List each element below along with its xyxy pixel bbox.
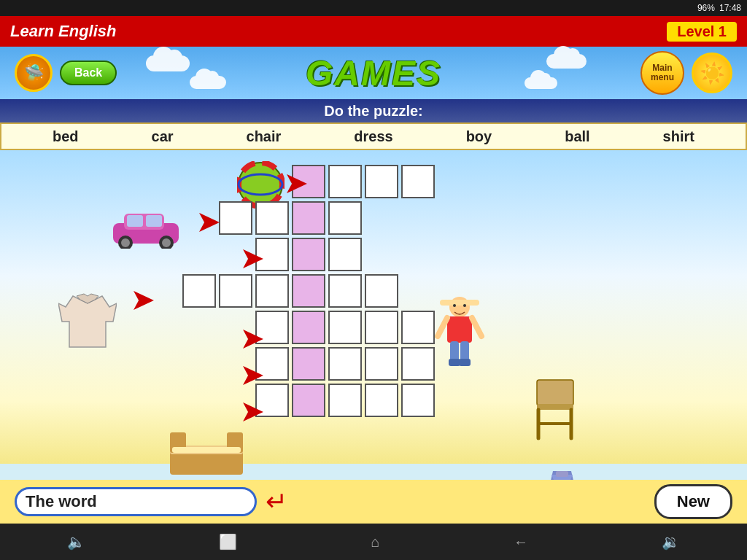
nav-bar: 🛸 Back GAMES Mainmenu ☀️ [0,47,747,99]
cell-r4-c0[interactable] [292,311,325,344]
boy-arrow: ➤ [241,244,263,274]
word-bed: bed [53,128,79,145]
row4-arrow: ➤ [241,324,263,354]
cell-r0-c3[interactable] [401,165,435,198]
spinner-icon: 🛸 [15,54,53,92]
app-title: Learn English [10,22,116,41]
svg-point-10 [162,238,171,247]
svg-rect-19 [440,300,479,306]
cell-r6-c2[interactable] [365,384,398,417]
svg-rect-23 [450,341,459,362]
clock: 17:48 [719,3,741,13]
the-word-label: The word [26,492,100,511]
svg-line-21 [438,318,447,336]
cell-r3-c-3[interactable] [182,274,216,308]
cell-r4-c2[interactable] [365,311,398,344]
status-bar: 96% 17:48 [0,0,747,16]
svg-rect-17 [172,447,241,453]
svg-point-28 [463,304,466,307]
volume-down-icon[interactable]: 🔈 [67,533,85,551]
cell-r0-c2[interactable] [365,165,398,198]
bed-image [166,424,247,485]
word-boy: boy [466,128,492,145]
nav-right: Mainmenu ☀️ [640,51,732,95]
cell-r5-c3[interactable] [401,347,435,381]
cell-r5-c1[interactable] [328,347,362,381]
volume-up-icon[interactable]: 🔉 [662,533,680,551]
word-input[interactable] [100,494,246,510]
main-menu-button[interactable]: Mainmenu [640,51,684,95]
cell-r5-c2[interactable] [365,347,398,381]
svg-rect-24 [460,341,469,362]
cell-r4-c3[interactable] [401,311,435,344]
svg-rect-6 [146,215,162,227]
cell-r6-c3[interactable] [401,384,435,417]
recent-apps-icon[interactable]: ⬜ [219,533,237,551]
dress-arrow: ➤ [241,397,263,427]
svg-rect-20 [447,316,472,343]
word-chair: chair [247,128,282,145]
home-icon[interactable]: ⌂ [371,534,379,551]
back-button[interactable]: Back [60,61,117,85]
cell-r2-c0[interactable] [292,238,325,271]
nav-left: 🛸 Back [15,54,117,92]
android-nav-bar: 🔈 ⬜ ⌂ ← 🔉 [0,524,747,560]
games-title: GAMES [306,53,441,93]
svg-point-27 [453,304,456,307]
word-ball: ball [565,128,589,145]
puzzle-area: ➤ ➤ ➤ ➤ ➤ ➤ ➤ [0,150,747,464]
boy-image [434,296,485,372]
car-arrow: ➤ [197,207,219,238]
shirt-image [58,292,117,354]
word-car: car [152,128,174,145]
cell-r3-c0[interactable] [292,274,325,308]
new-button[interactable]: New [654,484,732,519]
puzzle-title: Do the puzzle: [324,103,423,120]
word-shirt: shirt [663,128,694,145]
puzzle-header: Do the puzzle: [0,99,747,122]
sun-icon: ☀️ [692,52,732,93]
enter-arrow: ↵ [266,486,287,517]
cell-r3-c1[interactable] [328,274,362,308]
word-bank: bed car chair dress boy ball shirt [0,122,747,150]
level-badge: Level 1 [667,22,737,42]
svg-rect-30 [537,404,573,410]
bottom-bar: The word ↵ New [0,480,747,524]
svg-rect-29 [537,380,573,405]
ball-arrow: ➤ [285,168,306,199]
svg-rect-36 [556,471,568,477]
svg-rect-26 [459,359,471,366]
cell-r1-c-1[interactable] [255,201,289,235]
cell-r4-c1[interactable] [328,311,362,344]
word-dress: dress [354,128,392,145]
battery-status: 96% [697,3,715,13]
cell-r0-c1[interactable] [328,165,362,198]
cell-r1-c-2[interactable] [219,201,252,235]
cell-r2-c1[interactable] [328,238,362,271]
svg-rect-25 [449,359,460,366]
cell-r3-c2[interactable] [365,274,398,308]
svg-line-22 [472,318,481,336]
svg-point-8 [121,238,130,247]
svg-rect-5 [127,215,143,227]
cell-r3-c-2[interactable] [219,274,252,308]
word-label-container: The word [15,487,257,516]
chair-image [531,376,578,445]
car-image [109,205,182,252]
back-nav-icon[interactable]: ← [514,534,528,551]
shirt-arrow: ➤ [131,285,153,316]
cell-r5-c0[interactable] [292,347,325,381]
title-bar: Learn English Level 1 [0,16,747,47]
cell-r3-c-1[interactable] [255,274,289,308]
bed-arrow: ➤ [241,360,263,391]
cell-r1-c1[interactable] [328,201,362,235]
cell-r6-c0[interactable] [292,384,325,417]
cell-r6-c1[interactable] [328,384,362,417]
cell-r1-c0[interactable] [292,201,325,235]
